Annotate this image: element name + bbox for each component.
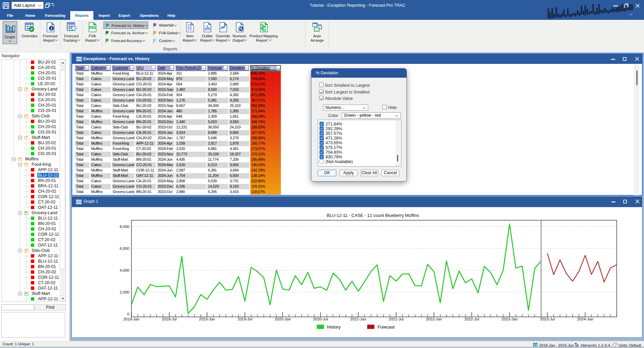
svg-text:2019-Jan: 2019-Jan: [199, 317, 215, 321]
svg-text:2021-Jan: 2021-Jan: [350, 317, 367, 321]
svg-text:6,000: 6,000: [120, 246, 129, 250]
svg-text:8,000: 8,000: [120, 225, 129, 229]
svg-text:4,000: 4,000: [120, 268, 129, 272]
svg-text:2020-Jan: 2020-Jan: [274, 317, 291, 321]
svg-text:2022-Jan: 2022-Jan: [426, 317, 442, 321]
svg-text:2024-Jan: 2024-Jan: [577, 317, 593, 321]
svg-text:History: History: [327, 324, 341, 330]
svg-text:2,000: 2,000: [120, 290, 129, 294]
svg-text:¢$5: ¢$5: [89, 25, 96, 30]
svg-text:2018-Jan: 2018-Jan: [123, 317, 139, 321]
svg-text:2023-Jan: 2023-Jan: [502, 317, 518, 321]
svg-text:0: 0: [127, 312, 129, 316]
svg-text:2021-Jul: 2021-Jul: [389, 317, 403, 321]
svg-text:BLU-12-11 - CASE - 12 count Bl: BLU-12-11 - CASE - 12 count Blueberry Mu…: [327, 213, 419, 218]
svg-text:2018-Jul: 2018-Jul: [162, 317, 177, 321]
svg-text:2020-Jul: 2020-Jul: [313, 317, 328, 321]
svg-text:2019-Jul: 2019-Jul: [238, 317, 252, 321]
svg-text:2023-Jul: 2023-Jul: [540, 317, 555, 321]
svg-text:2022-Jul: 2022-Jul: [464, 317, 479, 321]
svg-text:Forecast: Forecast: [378, 324, 395, 330]
